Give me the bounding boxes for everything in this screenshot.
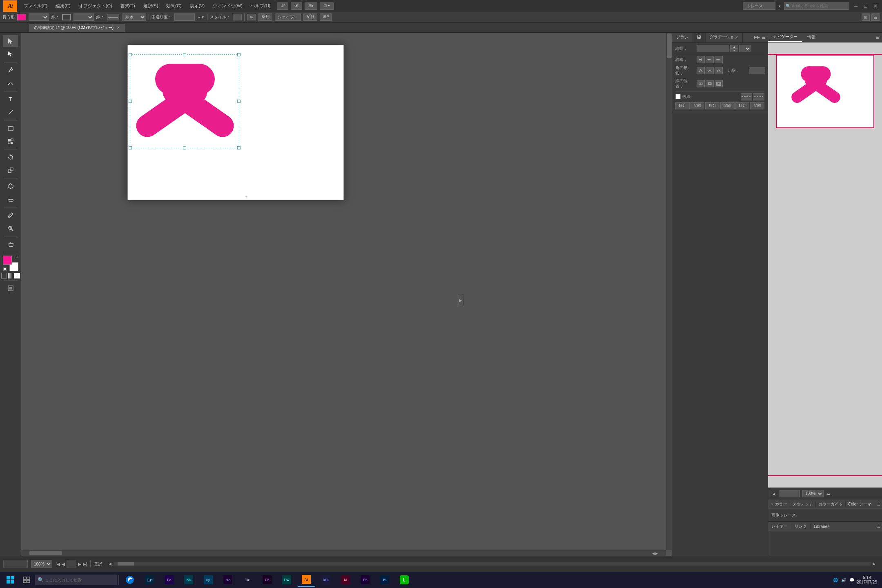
taskbar-app-scout[interactable]: Sb xyxy=(180,573,198,587)
first-page-btn[interactable]: |◀ xyxy=(56,562,60,566)
stroke-color-swatch[interactable] xyxy=(62,14,71,20)
panel-collapse-button[interactable]: ▶ xyxy=(458,294,463,306)
select-tool[interactable] xyxy=(3,35,18,47)
miter-join-btn[interactable] xyxy=(697,67,705,74)
fill-color-swatch[interactable] xyxy=(17,14,26,20)
stroke-width-down[interactable]: ▼ xyxy=(730,49,738,52)
tray-action-center[interactable]: 💬 xyxy=(849,577,855,583)
layers-tab[interactable]: レイヤー xyxy=(768,523,791,529)
maximize-button[interactable]: □ xyxy=(862,3,869,9)
dashed-style1-btn[interactable] xyxy=(741,93,752,100)
taskbar-app-indesign[interactable]: Id xyxy=(336,573,354,587)
panel-menu-btn[interactable]: ☰ xyxy=(762,35,765,40)
round-cap-btn[interactable] xyxy=(706,56,714,63)
panel-expand-btn[interactable]: ▶▶ xyxy=(754,35,760,39)
swap-colors-button[interactable]: ⇄ xyxy=(16,256,18,259)
butt-cap-btn[interactable] xyxy=(697,56,705,63)
scroll-left-btn[interactable]: ◀ xyxy=(109,562,111,566)
start-button[interactable] xyxy=(2,573,18,587)
menu-type[interactable]: 書式(T) xyxy=(116,1,139,11)
none-button[interactable]: ⊘ xyxy=(14,273,20,278)
menu-edit[interactable]: 編集(E) xyxy=(51,1,75,11)
nav-zoom-select[interactable]: 100% xyxy=(802,490,824,497)
taskbar-app-dreamweaver[interactable]: Dw xyxy=(278,573,296,587)
color-tab[interactable]: ○ カラー xyxy=(768,501,790,507)
taskbar-search-input[interactable] xyxy=(35,575,117,585)
tab-close-button[interactable]: ✕ xyxy=(117,26,120,30)
shape-button[interactable]: シェイプ： xyxy=(275,13,301,21)
round-join-btn[interactable] xyxy=(706,67,714,74)
rotate-tool[interactable] xyxy=(3,151,18,163)
last-page-btn[interactable]: ▶| xyxy=(83,562,87,566)
artboard-tool[interactable] xyxy=(3,282,18,294)
stroke-unit-dropdown[interactable]: pt xyxy=(739,45,751,52)
arrange-options-button[interactable]: ☰ xyxy=(871,13,880,21)
stroke-type-dropdown[interactable] xyxy=(74,13,94,21)
taskbar-app-bridge[interactable]: Br xyxy=(238,573,256,587)
zoom-tool[interactable] xyxy=(3,222,18,234)
menu-effect[interactable]: 効果(C) xyxy=(162,1,185,11)
rectangle-tool[interactable] xyxy=(3,122,18,134)
style-swatch[interactable] xyxy=(233,14,242,20)
scale-tool[interactable] xyxy=(3,164,18,176)
bevel-join-btn[interactable] xyxy=(715,67,723,74)
menu-select[interactable]: 選択(S) xyxy=(139,1,163,11)
arrange-windows-button[interactable]: ⊡ ▾ xyxy=(320,2,334,10)
dashed-checkbox[interactable] xyxy=(675,94,681,99)
taskbar-app-character-animator[interactable]: Ch xyxy=(258,573,276,587)
menu-view[interactable]: 表示(V) xyxy=(186,1,209,11)
eyedropper-tool[interactable] xyxy=(3,209,18,221)
paint-tool[interactable] xyxy=(3,135,18,147)
minimize-button[interactable]: ─ xyxy=(853,3,859,9)
links-tab[interactable]: リンク xyxy=(791,523,811,529)
shaper-tool[interactable] xyxy=(3,180,18,192)
tray-network-icon[interactable]: 🌐 xyxy=(832,577,839,583)
close-button[interactable]: ✕ xyxy=(872,3,879,9)
nav-zoom-input[interactable]: 100% xyxy=(780,490,800,497)
dashed-style2-btn[interactable] xyxy=(753,93,764,100)
scroll-next-arrow[interactable]: ▶ xyxy=(655,552,658,555)
handle-bm[interactable] xyxy=(183,146,186,149)
stock-button[interactable]: St xyxy=(291,2,302,10)
transform-more-button[interactable]: ⊞ ▾ xyxy=(320,13,332,21)
gradient-button[interactable] xyxy=(8,273,13,278)
opacity-input[interactable]: 100% xyxy=(174,13,195,21)
menu-help[interactable]: ヘルプ(H) xyxy=(247,1,274,11)
stroke-tab[interactable]: 線 xyxy=(693,33,706,42)
taskbar-app-photoshop[interactable]: Ps xyxy=(376,573,394,587)
info-tab[interactable]: 情報 xyxy=(802,33,820,42)
pen-tool[interactable] xyxy=(3,64,18,76)
center-stroke-btn[interactable] xyxy=(697,80,705,87)
menu-file[interactable]: ファイル(F) xyxy=(20,1,51,11)
direct-select-tool[interactable] xyxy=(3,48,18,60)
stroke-width-up[interactable]: ▲ xyxy=(730,45,738,49)
zoom-status-input[interactable]: 100% xyxy=(3,560,28,568)
swatch-tab[interactable]: スウォッチ xyxy=(790,501,816,507)
taskbar-app-illustrator[interactable]: Ai xyxy=(297,573,315,587)
transform-button[interactable]: 変形 xyxy=(303,13,317,21)
trace-dropdown[interactable]: トレース xyxy=(743,2,775,10)
workspace-button[interactable]: ⊞▾ xyxy=(305,2,317,10)
horizontal-scrollbar[interactable]: ◀ ▶ xyxy=(21,550,666,556)
scroll-prev-arrow[interactable]: ◀ xyxy=(652,552,655,555)
taskbar-app-premiere-elements[interactable]: Pe xyxy=(160,573,178,587)
outside-stroke-btn[interactable] xyxy=(715,80,723,87)
layers-panel-menu[interactable]: ☰ xyxy=(875,524,882,528)
tray-sound-icon[interactable]: 🔊 xyxy=(840,577,847,583)
stroke-width-input[interactable] xyxy=(697,45,729,52)
fill-type-dropdown[interactable] xyxy=(29,13,49,21)
color-guide-tab[interactable]: カラーガイド xyxy=(816,501,846,507)
prev-page-btn[interactable]: ◀ xyxy=(62,562,65,566)
handle-tl[interactable] xyxy=(129,53,132,56)
hand-tool[interactable] xyxy=(3,238,18,250)
adobe-stock-search[interactable] xyxy=(784,2,849,10)
square-cap-btn[interactable] xyxy=(715,56,723,63)
taskbar-app-spark[interactable]: Sp xyxy=(199,573,217,587)
taskbar-app-edge[interactable] xyxy=(121,573,139,587)
type-tool[interactable]: T xyxy=(3,93,18,105)
line-tool[interactable] xyxy=(3,106,18,118)
vertical-scrollbar[interactable] xyxy=(666,33,672,550)
taskbar-app-after-effects[interactable]: Ae xyxy=(219,573,237,587)
menu-window[interactable]: ウィンドウ(W) xyxy=(209,1,247,11)
document-tab[interactable]: 名称未設定-1* @ 100% (CMYK/プレビュー) ✕ xyxy=(29,23,125,32)
